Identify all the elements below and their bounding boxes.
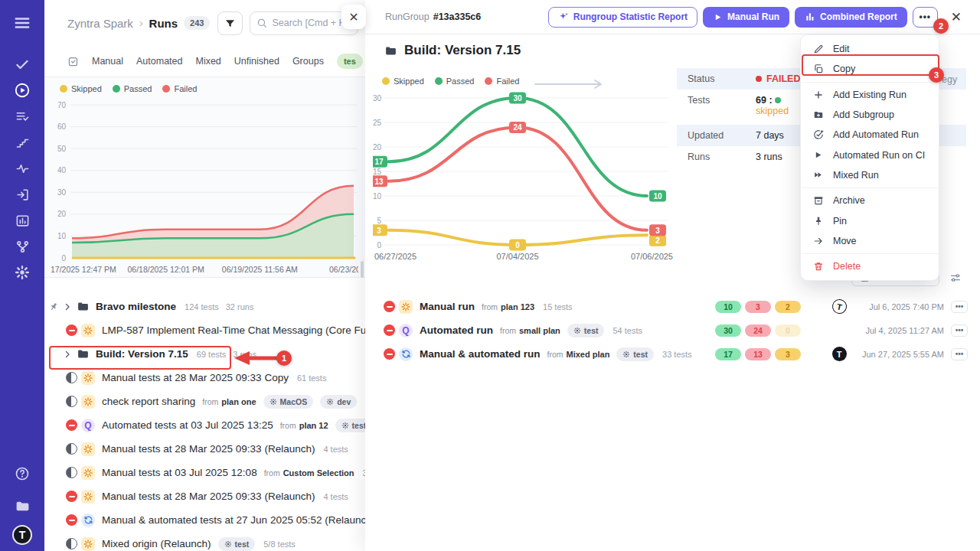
menu-separator: [801, 253, 939, 254]
run-row[interactable]: Mixed origin (Relaunch)test5/8 tests: [44, 532, 365, 551]
menu-item-add-existing-run[interactable]: Add Existing Run: [801, 85, 939, 105]
point-label: 30: [509, 93, 526, 104]
sidebar-item-pulse[interactable]: [7, 155, 38, 181]
sidebar-item-import[interactable]: [7, 181, 38, 207]
panel-close-button[interactable]: ✕: [951, 9, 962, 25]
legend-dot: [113, 85, 120, 93]
legend-dot: [162, 85, 170, 93]
legend-dot: [485, 77, 492, 85]
tag-filter-pill[interactable]: tes: [337, 54, 363, 69]
run-row[interactable]: LMP-587 Implement Real-Time Chat Messagi…: [44, 318, 365, 342]
annotation-step-2: 2: [933, 18, 949, 34]
runs-panel-header: Zyntra Spark › Runs 243: [44, 0, 365, 46]
svg-text:5: 5: [377, 217, 381, 225]
run-row[interactable]: Manual tests at 28 Mar 2025 09:33 (Relau…: [44, 484, 365, 508]
row-more-button[interactable]: •••: [951, 301, 968, 313]
run-row[interactable]: check report sharingfromplan oneMacOSdev…: [44, 390, 365, 413]
filter-button[interactable]: [217, 11, 243, 35]
menu-item-edit[interactable]: Edit: [801, 39, 939, 59]
chevron-right-icon[interactable]: [63, 302, 72, 311]
status-failed-icon: [66, 491, 77, 502]
skipped-badge: 3: [775, 348, 801, 360]
group-row[interactable]: Bravo milestone124 tests32 runs: [44, 295, 365, 318]
run-title: LMP-587 Implement Real-Time Chat Messagi…: [102, 324, 365, 336]
sliders-icon[interactable]: [949, 272, 962, 284]
svg-text:25: 25: [373, 119, 381, 127]
group-row[interactable]: Build: Version 7.1569 tests3 runs: [44, 342, 365, 366]
menu-item-automated-run-on-ci[interactable]: Automated Run on CI: [801, 145, 939, 165]
play-icon: [713, 12, 723, 22]
sidebar-item-gear[interactable]: [7, 259, 38, 285]
breadcrumb-project[interactable]: Zyntra Spark: [67, 17, 133, 30]
close-icon: ✕: [348, 10, 358, 24]
annotation-arrow: [231, 349, 280, 367]
menu-item-mixed-run[interactable]: Mixed Run: [801, 165, 939, 185]
arrow-right-hint-icon: [534, 78, 604, 90]
chevron-right-icon[interactable]: [63, 350, 72, 359]
menu-item-delete[interactable]: Delete: [801, 256, 939, 276]
combined-report-button[interactable]: Combined Report: [795, 7, 907, 28]
run-title: Manual run: [420, 301, 475, 312]
select-all-icon[interactable]: [67, 56, 79, 67]
meta-text: 124 tests: [185, 302, 219, 311]
sidebar-item-steps[interactable]: [7, 129, 38, 155]
point-label: 24: [509, 122, 526, 133]
manual-run-icon: [81, 537, 95, 551]
row-more-button[interactable]: •••: [951, 348, 968, 360]
point-label: 0: [509, 240, 526, 251]
status-inprogress-icon: [66, 443, 77, 455]
svg-text:20: 20: [373, 143, 381, 152]
info-label: Tests: [688, 90, 756, 106]
menu-separator: [801, 187, 939, 188]
app-sidebar: T: [0, 0, 44, 551]
run-row[interactable]: Manual tests at 28 Mar 2025 09:33 (Relau…: [44, 437, 365, 461]
status-failed-icon: [384, 324, 395, 336]
sidebar-item-folders[interactable]: [7, 493, 38, 519]
run-row[interactable]: QAutomated tests at 03 Jul 2025 13:25fro…: [44, 413, 365, 437]
passed-badge: 30: [715, 324, 741, 337]
runs-history-card: SkippedPassedFailed 01020304050607017/20…: [44, 77, 365, 278]
search-input[interactable]: [272, 18, 348, 28]
sidebar-item-help[interactable]: [7, 461, 38, 487]
run-row[interactable]: Manual tests at 03 Jul 2025 12:08fromCus…: [44, 461, 365, 484]
meta-text: 32 runs: [226, 302, 254, 311]
run-date: Jun 27, 2025 5:55 AM: [862, 350, 944, 359]
tab-mixed[interactable]: Mixed: [195, 56, 220, 67]
menu-item-archive[interactable]: Archive: [801, 191, 939, 210]
run-row[interactable]: Manual tests at 28 Mar 2025 09:33 Copy61…: [44, 366, 365, 390]
sidebar-item-report[interactable]: [7, 207, 38, 233]
sidebar-item-check[interactable]: [7, 51, 38, 77]
sidebar-item-list-check[interactable]: [7, 103, 38, 129]
menu-item-move[interactable]: Move: [801, 231, 939, 251]
search-icon: [256, 18, 267, 28]
user-avatar[interactable]: T: [12, 525, 32, 545]
sidebar-item-menu[interactable]: [7, 10, 38, 36]
breadcrumb-section[interactable]: Runs: [149, 17, 178, 30]
run-row[interactable]: Manual & automated tests at 27 Jun 2025 …: [44, 508, 365, 532]
annotation-step-3: 3: [929, 67, 944, 83]
sidebar-item-play[interactable]: [7, 77, 38, 103]
menu-item-copy[interactable]: Copy: [801, 59, 939, 79]
tab-manual[interactable]: Manual: [92, 56, 123, 67]
clipped-right-text: egy: [942, 74, 957, 85]
svg-text:10: 10: [373, 192, 381, 201]
manual-run-icon: [81, 466, 95, 480]
tab-automated[interactable]: Automated: [136, 56, 182, 67]
drawer-close-button[interactable]: ✕: [341, 5, 366, 29]
menu-item-add-subgroup[interactable]: Add Subgroup: [801, 105, 939, 125]
run-row[interactable]: QAutomated runfromsmall plantest54 tests…: [365, 318, 980, 342]
svg-text:06/18/2025 12:01 PM: 06/18/2025 12:01 PM: [127, 265, 204, 274]
manual-run-button[interactable]: Manual Run: [703, 7, 789, 28]
statistic-report-button[interactable]: Rungroup Statistic Report: [548, 7, 697, 28]
tab-unfinished[interactable]: Unfinished: [234, 56, 279, 67]
scrollbar-thumb[interactable]: [361, 261, 364, 278]
run-row[interactable]: Manual & automated runfromMixed plantest…: [365, 342, 980, 366]
row-more-button[interactable]: •••: [951, 324, 968, 337]
menu-item-label: Pin: [833, 216, 847, 227]
sidebar-item-branch[interactable]: [7, 233, 38, 259]
assignee-column: T: [831, 299, 848, 314]
run-row[interactable]: Manual runfromplan 12315 tests1032TJul 6…: [365, 295, 980, 318]
tab-groups[interactable]: Groups: [292, 56, 324, 67]
menu-item-add-automated-run[interactable]: Add Automated Run: [801, 125, 939, 145]
menu-item-pin[interactable]: Pin: [801, 210, 939, 230]
